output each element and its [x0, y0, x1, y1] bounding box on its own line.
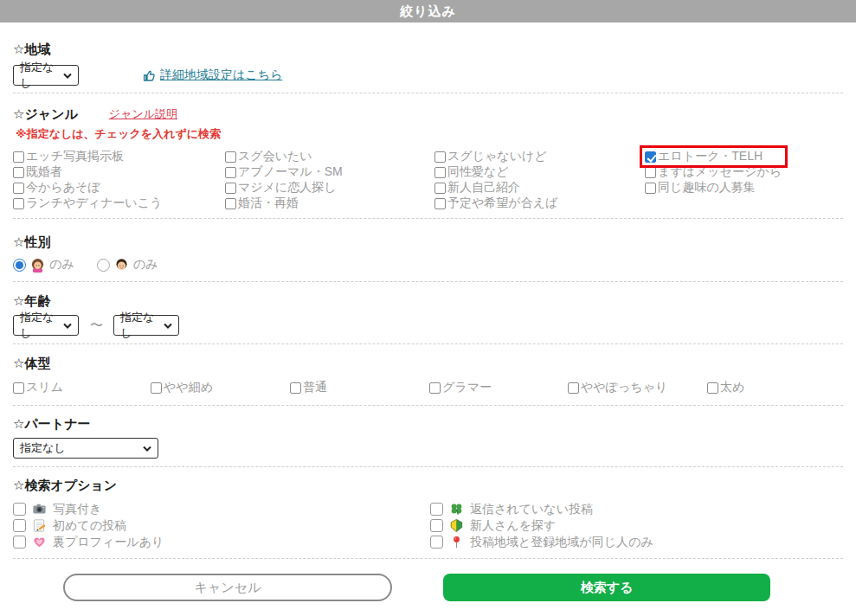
- checkbox[interactable]: [13, 382, 24, 394]
- age-from-select[interactable]: 指定なし: [13, 315, 79, 336]
- body-type-option[interactable]: グラマー: [429, 381, 568, 395]
- checkbox[interactable]: [434, 183, 446, 194]
- genre-option-label: エッチ写真掲示板: [26, 149, 124, 164]
- checkbox[interactable]: [645, 167, 656, 178]
- genre-option[interactable]: 今からあそぼ: [13, 180, 225, 196]
- checkbox[interactable]: [707, 382, 718, 394]
- woman-emoji-icon: [30, 258, 45, 273]
- checkbox[interactable]: [290, 382, 301, 394]
- checkbox[interactable]: [225, 151, 236, 163]
- body-type-option-label: やや細め: [164, 380, 213, 395]
- checkbox[interactable]: [225, 167, 236, 178]
- checkbox[interactable]: [568, 382, 579, 394]
- checkbox[interactable]: [645, 183, 656, 194]
- clover-icon: [449, 502, 464, 517]
- partner-select[interactable]: 指定なし: [13, 438, 158, 459]
- genre-title: ☆ジャンル: [13, 106, 78, 122]
- genre-option[interactable]: マジメに恋人探し: [225, 180, 434, 196]
- checkbox[interactable]: [151, 382, 162, 394]
- genre-option-label: アブノーマル・SM: [238, 164, 343, 180]
- genre-option-label: 同性愛など: [447, 164, 509, 180]
- genre-option[interactable]: エッチ写真掲示板: [13, 149, 225, 164]
- body-type-option[interactable]: ややぽっちゃり: [568, 381, 707, 395]
- search-button[interactable]: 検索する: [443, 574, 770, 601]
- genre-option[interactable]: アブノーマル・SM: [225, 164, 434, 180]
- partner-title: ☆パートナー: [13, 416, 843, 432]
- checkbox[interactable]: [13, 503, 26, 516]
- genre-option-label: ランチやディナーいこう: [26, 196, 162, 211]
- search-option-same-region[interactable]: 投稿地域と登録地域が同じ人のみ: [430, 534, 843, 550]
- partner-select-value: 指定なし: [20, 440, 66, 456]
- body-type-option-label: 太め: [720, 380, 744, 395]
- body-type-option[interactable]: 太め: [707, 381, 843, 395]
- genre-option[interactable]: 新人自己紹介: [434, 180, 645, 196]
- search-option-photo[interactable]: 写真付き: [13, 501, 430, 517]
- gender-option-male[interactable]: のみ: [97, 257, 158, 273]
- genre-options-grid: エッチ写真掲示板 既婚者 今からあそぼ ランチやディナーいこう スグ会いたい ア…: [13, 149, 843, 218]
- section-search-options: ☆検索オプション 写真付き 初めての投稿: [13, 478, 843, 559]
- pushpin-icon: [449, 535, 464, 549]
- genre-option[interactable]: 婚活・再婚: [225, 196, 434, 211]
- filter-header-bar: 絞り込み: [0, 0, 856, 22]
- genre-option[interactable]: 同性愛など: [434, 164, 645, 180]
- checkbox[interactable]: [13, 519, 26, 532]
- body-type-option-label: ややぽっちゃり: [581, 380, 667, 395]
- checkbox[interactable]: [225, 198, 236, 209]
- genre-option[interactable]: 予定や希望が合えば: [434, 196, 645, 211]
- checkbox-checked[interactable]: [645, 151, 656, 163]
- memo-icon: [32, 518, 47, 533]
- checkbox[interactable]: [13, 183, 24, 194]
- section-region: ☆地域 指定なし 詳細地域設定はこちら: [13, 42, 843, 93]
- gender-option-label: のみ: [133, 257, 158, 273]
- cancel-button[interactable]: キャンセル: [63, 574, 392, 601]
- checkbox[interactable]: [434, 198, 446, 209]
- genre-option[interactable]: スグ会いたい: [225, 149, 434, 164]
- chevron-down-icon: [164, 323, 172, 329]
- section-genre: ☆ジャンル ジャンル説明 ※指定なしは、チェックを入れずに検索 エッチ写真掲示板…: [13, 106, 843, 219]
- radio-selected[interactable]: [13, 259, 26, 272]
- checkbox[interactable]: [225, 183, 236, 194]
- region-select[interactable]: 指定なし: [13, 65, 79, 86]
- genre-option[interactable]: 既婚者: [13, 164, 225, 180]
- genre-option-checked[interactable]: エロトーク・TELH: [645, 149, 843, 164]
- search-option-label: 返信されていない投稿: [470, 502, 593, 517]
- checkbox[interactable]: [13, 536, 26, 549]
- checkbox[interactable]: [430, 519, 443, 532]
- section-age: ☆年齢 指定なし 〜 指定なし: [13, 293, 843, 344]
- checkbox[interactable]: [434, 167, 446, 178]
- checkbox[interactable]: [429, 382, 441, 394]
- search-option-unreplied[interactable]: 返信されていない投稿: [430, 501, 843, 517]
- checkbox[interactable]: [13, 167, 24, 178]
- genre-option[interactable]: ランチやディナーいこう: [13, 196, 225, 211]
- camera-icon: [32, 502, 47, 517]
- genre-option[interactable]: スグじゃないけど: [434, 149, 645, 164]
- genre-option-label: マジメに恋人探し: [238, 180, 337, 196]
- age-to-value: 指定なし: [120, 310, 157, 341]
- checkbox[interactable]: [430, 503, 443, 516]
- genre-option[interactable]: 同じ趣味の人募集: [645, 180, 843, 196]
- checkbox[interactable]: [434, 151, 446, 163]
- region-select-value: 指定なし: [20, 60, 56, 91]
- age-from-value: 指定なし: [20, 310, 56, 341]
- checkbox[interactable]: [13, 198, 24, 209]
- radio-unselected[interactable]: [97, 259, 110, 272]
- detail-region-link[interactable]: 詳細地域設定はこちら: [142, 67, 282, 83]
- body-type-option[interactable]: 普通: [290, 381, 429, 395]
- genre-option-label: スグ会いたい: [238, 149, 312, 164]
- man-emoji-icon: [114, 258, 129, 273]
- body-type-option[interactable]: スリム: [13, 381, 151, 395]
- genre-help-link[interactable]: ジャンル説明: [109, 106, 177, 122]
- body-type-option-label: スリム: [26, 380, 63, 395]
- search-option-newcomers[interactable]: 新人さんを探す: [430, 517, 843, 534]
- body-type-option[interactable]: やや細め: [151, 381, 290, 395]
- search-option-hidden-profile[interactable]: 裏プロフィールあり: [13, 534, 430, 550]
- genre-option-label: スグじゃないけど: [447, 149, 547, 164]
- search-option-first-post[interactable]: 初めての投稿: [13, 517, 430, 534]
- checkbox[interactable]: [13, 151, 24, 163]
- checkbox[interactable]: [430, 536, 443, 549]
- gender-option-female[interactable]: のみ: [13, 257, 74, 273]
- genre-option-label: 今からあそぼ: [26, 180, 100, 196]
- search-option-label: 裏プロフィールあり: [53, 535, 164, 550]
- chevron-down-icon: [63, 73, 72, 79]
- age-to-select[interactable]: 指定なし: [113, 315, 179, 336]
